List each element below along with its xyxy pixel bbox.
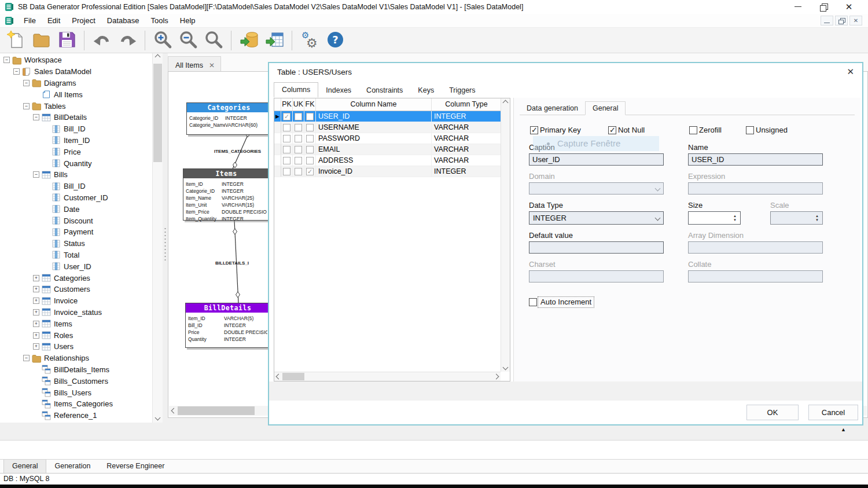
column-name-cell[interactable]: USER_ID [316, 111, 432, 122]
plus-expander-icon[interactable]: + [33, 286, 39, 292]
restore-icon[interactable] [819, 3, 827, 11]
settings-button[interactable]: ⚙⚙ [299, 30, 321, 52]
tree-item-invoice[interactable]: +Invoice [0, 295, 152, 307]
tab-all-items[interactable]: All Items ✕ [168, 56, 221, 71]
zoom-in-button[interactable] [152, 30, 174, 52]
entity-header[interactable]: Items [183, 169, 269, 178]
column-name-cell[interactable]: PASSWORD [316, 133, 432, 144]
tree-item-payment[interactable]: Payment [0, 226, 152, 238]
tree-item-item-id[interactable]: Item_ID [0, 135, 152, 146]
save-button[interactable] [56, 30, 78, 52]
tree-item-discount[interactable]: Discount [0, 215, 152, 226]
column-name-cell[interactable]: ADDRESS [316, 155, 432, 166]
size-spinner[interactable]: ▲▼ [688, 211, 741, 225]
menu-tools[interactable]: Tools [145, 14, 174, 27]
scroll-down-icon[interactable] [503, 365, 509, 370]
open-folder-button[interactable] [30, 30, 52, 52]
fk-checkbox[interactable] [306, 168, 314, 175]
undo-button[interactable] [91, 30, 113, 52]
tree-item-bills-customers[interactable]: Bills_Customers [0, 375, 152, 387]
name-input[interactable] [688, 153, 823, 166]
menu-database[interactable]: Database [101, 14, 145, 27]
scroll-left-icon[interactable] [171, 408, 177, 414]
grid-vscrollbar[interactable] [501, 98, 510, 372]
minus-expander-icon[interactable]: − [33, 171, 39, 178]
fk-checkbox[interactable] [306, 157, 314, 164]
minus-expander-icon[interactable]: − [3, 57, 10, 63]
uk-checkbox[interactable] [295, 146, 302, 153]
ok-button[interactable]: OK [746, 405, 799, 420]
tab-indexes[interactable]: Indexes [318, 83, 359, 97]
tree-item-bill-id[interactable]: Bill_ID [0, 123, 152, 135]
tab-data-generation[interactable]: Data generation [520, 102, 585, 115]
row-selector[interactable] [274, 122, 281, 133]
mdi-restore-icon[interactable] [835, 16, 848, 25]
column-header-column-type[interactable]: Column Type [432, 98, 501, 111]
scroll-up-icon[interactable] [155, 54, 161, 60]
tree-item-user-id[interactable]: User_ID [0, 260, 152, 272]
column-type-cell[interactable]: VARCHAR [432, 122, 501, 133]
menu-project[interactable]: Project [66, 14, 101, 27]
grid-row-address[interactable]: ADDRESSVARCHAR [274, 155, 501, 166]
pk-checkbox[interactable] [283, 113, 290, 120]
fk-checkbox[interactable] [306, 135, 314, 142]
spin-down-icon[interactable]: ▼ [731, 218, 738, 222]
tree-item-status[interactable]: Status [0, 238, 152, 249]
column-name-cell[interactable]: USERNAME [316, 122, 432, 133]
data-type-select[interactable]: INTEGER [529, 211, 664, 225]
scroll-up-icon[interactable] [503, 100, 509, 106]
menu-edit[interactable]: Edit [42, 14, 66, 27]
generate-to-database-button[interactable] [238, 30, 260, 52]
scrollbar-thumb[interactable] [178, 406, 255, 415]
scroll-down-icon[interactable] [155, 415, 161, 421]
mdi-minimize-icon[interactable] [821, 16, 833, 25]
unsigned-checkbox[interactable] [746, 126, 754, 134]
uk-checkbox[interactable] [295, 124, 302, 131]
not-null-checkbox[interactable] [608, 126, 616, 134]
tree-item-reference-1[interactable]: Reference_1 [0, 410, 152, 421]
entity-categories[interactable]: CategoriesCategorie_IDINTEGERCategorie_N… [186, 102, 271, 135]
uk-checkbox[interactable] [295, 135, 302, 142]
grid-row-email[interactable]: EMAILVARCHAR [274, 144, 501, 155]
pk-checkbox[interactable] [283, 168, 290, 175]
plus-expander-icon[interactable]: + [33, 343, 39, 350]
plus-expander-icon[interactable]: + [33, 309, 39, 315]
primary-key-checkbox[interactable] [530, 126, 538, 134]
tree-item-customer-id[interactable]: Customer_ID [0, 192, 152, 204]
tree-item-workspace[interactable]: −Workspace [0, 54, 152, 66]
entity-items[interactable]: ItemsItem_IDINTEGERCategorie_IDINTEGERIt… [183, 168, 270, 221]
new-document-button[interactable] [5, 30, 27, 52]
column-header-pk[interactable]: PK [281, 98, 293, 111]
auto-increment-checkbox[interactable] [529, 298, 537, 306]
tab-columns[interactable]: Columns [274, 82, 318, 98]
tab-close-icon[interactable]: ✕ [209, 62, 215, 69]
tree-item-roles[interactable]: +Roles [0, 329, 152, 341]
tab-keys[interactable]: Keys [410, 83, 442, 97]
tree-item-diagrams[interactable]: −Diagrams [0, 78, 152, 89]
tab-constraints[interactable]: Constraints [359, 83, 410, 97]
tree-item-bills-users[interactable]: Bills_Users [0, 387, 152, 398]
generate-to-table-button[interactable] [263, 30, 285, 52]
tab-triggers[interactable]: Triggers [442, 83, 483, 97]
panel-collapse-arrow-icon[interactable]: ▲ [841, 427, 846, 432]
minus-expander-icon[interactable]: − [23, 355, 30, 361]
pk-checkbox[interactable] [283, 157, 290, 164]
spin-up-icon[interactable]: ▲ [731, 214, 738, 218]
tree-item-price[interactable]: Price [0, 146, 152, 157]
pk-checkbox[interactable] [283, 146, 290, 153]
column-type-cell[interactable]: INTEGER [432, 111, 501, 122]
menu-help[interactable]: Help [174, 14, 201, 27]
minus-expander-icon[interactable]: − [23, 80, 30, 86]
tree-item-users[interactable]: +Users [0, 341, 152, 353]
column-type-cell[interactable]: INTEGER [432, 166, 501, 177]
mdi-close-icon[interactable]: ✕ [849, 16, 862, 25]
tree-item-customers[interactable]: +Customers [0, 284, 152, 295]
grid-row-password[interactable]: PASSWORDVARCHAR [274, 133, 501, 144]
tree-item-all-items[interactable]: All Items [0, 89, 152, 100]
tree-item-quantity[interactable]: Quantity [0, 157, 152, 169]
column-name-cell[interactable]: Invoice_ID [316, 166, 432, 177]
tab-general[interactable]: General [585, 101, 626, 115]
entity-header[interactable]: BillDetails [186, 303, 270, 313]
uk-checkbox[interactable] [295, 157, 302, 164]
grid-row-username[interactable]: USERNAMEVARCHAR [274, 122, 501, 133]
